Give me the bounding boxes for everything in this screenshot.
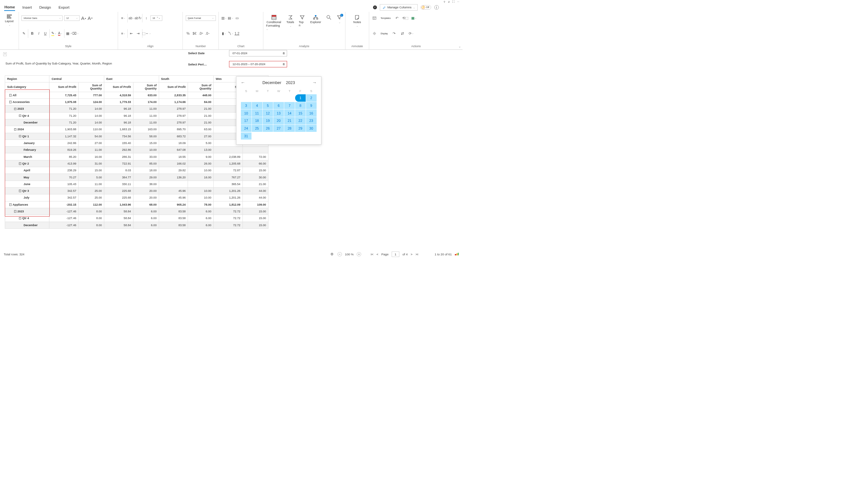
- col-subcategory[interactable]: Sub-Category: [5, 83, 50, 92]
- redo-icon[interactable]: ↷: [392, 31, 397, 36]
- wrap-text-button[interactable]: ab: [129, 16, 134, 21]
- excel-export-icon[interactable]: ▦: [411, 16, 416, 21]
- calendar-day[interactable]: 27: [273, 125, 284, 132]
- tab-home[interactable]: Home: [4, 4, 16, 10]
- calendar-day[interactable]: 14: [284, 110, 295, 117]
- table-row[interactable]: December71.2014.0096.1811.00278.9721.00: [5, 119, 268, 126]
- topn-button[interactable]: Top n: [299, 14, 306, 30]
- collapse-icon[interactable]: −: [9, 94, 11, 96]
- display-icon[interactable]: [372, 31, 377, 36]
- sparkline-icon[interactable]: 〽: [228, 31, 233, 36]
- calendar-day[interactable]: 1: [295, 94, 306, 102]
- tab-design[interactable]: Design: [39, 4, 52, 10]
- calendar-day[interactable]: 26: [263, 125, 273, 132]
- calendar-day[interactable]: 19: [263, 117, 273, 124]
- table-row[interactable]: February819.2611.00292.8610.00647.0813.0…: [5, 147, 268, 153]
- calendar-day[interactable]: 7: [284, 102, 295, 110]
- table-row[interactable]: −202371.2014.0096.1811.00278.9721.00: [5, 105, 268, 112]
- conditional-formatting-button[interactable]: ConditionalFormatting: [266, 14, 282, 30]
- col-central[interactable]: Central: [50, 75, 104, 82]
- collapse-icon[interactable]: −: [14, 128, 17, 130]
- manage-columns-button[interactable]: Manage Columns: [380, 4, 417, 10]
- halign-button[interactable]: ≡: [121, 31, 125, 36]
- settings-icon[interactable]: ⚙: [330, 252, 334, 256]
- font-family-select[interactable]: Inforiver Sans: [22, 16, 63, 21]
- calendar-day[interactable]: 17: [241, 117, 251, 124]
- undo-icon[interactable]: ↶: [395, 16, 399, 21]
- table-row[interactable]: May70.275.00384.7729.00136.2016.00767.27…: [5, 174, 268, 181]
- calendar-day[interactable]: 25: [252, 125, 262, 132]
- calendar-day[interactable]: 29: [295, 125, 306, 132]
- calendar-day[interactable]: 5: [263, 102, 273, 110]
- decrease-font-icon[interactable]: A▼: [88, 16, 93, 21]
- info-icon[interactable]: i: [373, 5, 377, 9]
- help-icon[interactable]: i: [434, 5, 439, 10]
- italic-button[interactable]: I: [37, 31, 41, 36]
- table-row[interactable]: December-127.468.0058.846.0083.586.0072.…: [5, 222, 268, 229]
- table-row[interactable]: −All7,725.43777.004,318.59633.002,833.35…: [5, 92, 268, 98]
- col-sop[interactable]: Sum of Profit: [104, 83, 133, 92]
- layout-button[interactable]: Layout: [3, 13, 16, 26]
- row-height-input[interactable]: 18⌃⌄: [150, 16, 162, 21]
- focus-icon[interactable]: ⛶: [452, 0, 455, 3]
- data-table[interactable]: Region Central East South Wes Sub-Catego…: [5, 75, 269, 229]
- eraser-icon[interactable]: ⌫: [72, 31, 77, 36]
- calendar-day[interactable]: 20: [273, 117, 284, 124]
- refresh-icon[interactable]: ⟳: [409, 31, 413, 36]
- table-row[interactable]: −Qtr 11,147.3254.00734.5658.00683.7227.0…: [5, 133, 268, 140]
- calendar-day[interactable]: 22: [295, 117, 306, 124]
- first-page-button[interactable]: I<: [371, 252, 373, 256]
- decrease-decimal-button[interactable]: .0−: [205, 31, 210, 36]
- fill-color-button[interactable]: ✎: [51, 31, 56, 36]
- percent-button[interactable]: %: [186, 31, 190, 36]
- increase-decimal-button[interactable]: .0+: [198, 31, 204, 36]
- col-soq[interactable]: Sum of Quantity: [79, 83, 104, 92]
- table-row[interactable]: −Qtr 471.2014.0096.1811.00278.9721.00: [5, 112, 268, 119]
- col-soq[interactable]: Sum of Quantity: [188, 83, 214, 92]
- explorer-button[interactable]: Explorer: [310, 14, 321, 30]
- clear-icon[interactable]: ⟲⬚: [403, 16, 408, 21]
- chart-waterfall-icon[interactable]: ▤: [228, 16, 233, 21]
- calendar-day[interactable]: 28: [284, 125, 295, 132]
- chart-bar-icon[interactable]: ▥: [222, 16, 226, 21]
- zoom-in-button[interactable]: +: [357, 252, 361, 256]
- border-button[interactable]: ▦: [66, 31, 71, 36]
- table-row[interactable]: −Appliances-202.15112.001,043.9668.00905…: [5, 201, 268, 208]
- collapse-icon[interactable]: −: [19, 115, 21, 117]
- calendar-day[interactable]: 30: [306, 125, 317, 132]
- display-label[interactable]: Display: [380, 32, 388, 35]
- search-button[interactable]: [326, 14, 332, 30]
- font-size-select[interactable]: 12: [64, 16, 80, 21]
- table-row[interactable]: −Qtr 3342.5725.00225.6820.0045.9610.001,…: [5, 188, 268, 194]
- calendar-day[interactable]: 2: [306, 94, 317, 102]
- more-icon[interactable]: ⋯: [457, 0, 459, 3]
- last-page-button[interactable]: >I: [416, 252, 418, 256]
- table-row[interactable]: January242.8627.00155.4015.0018.095.00: [5, 140, 268, 146]
- col-south[interactable]: South: [159, 75, 214, 82]
- table-row[interactable]: −2023-127.468.0058.846.0083.586.0072.721…: [5, 208, 268, 215]
- table-row[interactable]: −Qtr 2413.9931.00722.9185.00166.0226.001…: [5, 160, 268, 167]
- calendar-day[interactable]: 9: [306, 102, 317, 110]
- orientation-button[interactable]: ab↻: [136, 16, 141, 21]
- swap-icon[interactable]: ⇄: [400, 31, 405, 36]
- font-color-button[interactable]: A: [58, 31, 63, 36]
- collapse-icon[interactable]: −: [14, 210, 17, 212]
- next-page-button[interactable]: >: [411, 252, 412, 256]
- collapse-icon[interactable]: −: [14, 108, 17, 110]
- notes-button[interactable]: Notes: [348, 13, 366, 27]
- col-region[interactable]: Region: [5, 75, 50, 82]
- number-chart-icon[interactable]: 1.2: [235, 31, 239, 36]
- table-row[interactable]: −20241,903.88110.001,683.15163.00895.706…: [5, 126, 268, 133]
- chart-bullet-icon[interactable]: ▭: [235, 16, 239, 21]
- prev-page-button[interactable]: <: [377, 252, 378, 256]
- number-format-select[interactable]: Quick Format: [186, 16, 216, 21]
- select-period-input[interactable]: 12-01-2023 – 07-20-2024🗓: [229, 61, 287, 68]
- calendar-grid[interactable]: SMTWTFS123456789101112131415161718192021…: [241, 88, 317, 140]
- currency-button[interactable]: $€: [192, 31, 197, 36]
- underline-button[interactable]: U: [43, 31, 48, 36]
- power-toggle[interactable]: ⚡ Off: [421, 5, 431, 10]
- pin-icon[interactable]: ⚲: [444, 0, 445, 3]
- col-soq[interactable]: Sum of Quantity: [133, 83, 159, 92]
- totals-button[interactable]: Totals: [286, 14, 294, 30]
- templates-label[interactable]: Templates: [380, 17, 391, 19]
